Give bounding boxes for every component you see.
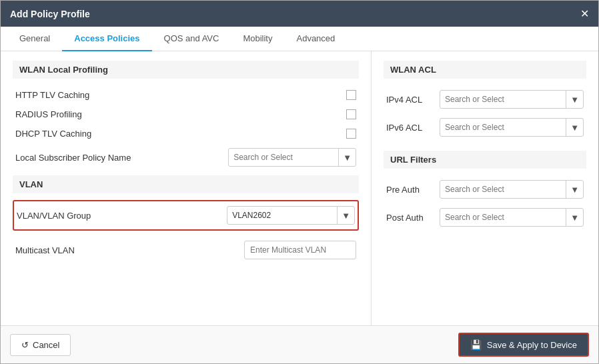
multicast-vlan-row: Multicast VLAN	[13, 236, 359, 264]
ipv6-acl-input[interactable]	[440, 121, 566, 134]
right-panel: WLAN ACL IPv4 ACL ▼ IPv6 ACL ▼ URL Filte…	[372, 51, 598, 325]
close-button[interactable]: ✕	[580, 7, 589, 20]
ipv6-acl-arrow[interactable]: ▼	[566, 119, 583, 136]
vlan-group-label: VLAN/VLAN Group	[17, 211, 220, 221]
tab-qos-avc[interactable]: QOS and AVC	[152, 27, 231, 51]
ipv6-acl-row: IPv6 ACL ▼	[384, 113, 586, 141]
wlan-acl-title: WLAN ACL	[384, 61, 586, 79]
subscriber-policy-row: Local Subscriber Policy Name ▼	[13, 143, 359, 171]
radius-profiling-row: RADIUS Profiling	[13, 105, 359, 124]
http-tlv-label: HTTP TLV Caching	[15, 90, 340, 100]
radius-profiling-checkbox[interactable]	[346, 109, 356, 119]
multicast-vlan-input[interactable]	[244, 241, 356, 259]
post-auth-label: Post Auth	[386, 213, 433, 223]
save-icon: 💾	[470, 339, 482, 350]
cancel-label: Cancel	[33, 340, 59, 350]
modal-footer: ↺ Cancel 💾 Save & Apply to Device	[1, 325, 598, 363]
subscriber-policy-input[interactable]	[229, 151, 338, 164]
left-panel: WLAN Local Profiling HTTP TLV Caching RA…	[1, 51, 372, 325]
dhcp-tlv-row: DHCP TLV Caching	[13, 124, 359, 143]
tab-advanced[interactable]: Advanced	[284, 27, 347, 51]
ipv4-acl-input[interactable]	[440, 93, 566, 106]
vlan-group-row: VLAN/VLAN Group ▼	[13, 200, 359, 231]
subscriber-policy-arrow[interactable]: ▼	[338, 149, 356, 166]
post-auth-row: Post Auth ▼	[384, 203, 586, 231]
pre-auth-label: Pre Auth	[386, 185, 433, 195]
tab-access-policies[interactable]: Access Policies	[62, 27, 151, 51]
post-auth-input[interactable]	[440, 211, 566, 224]
post-auth-select[interactable]: ▼	[440, 208, 584, 227]
http-tlv-row: HTTP TLV Caching	[13, 85, 359, 105]
ipv4-acl-arrow[interactable]: ▼	[566, 91, 583, 108]
subscriber-policy-label: Local Subscriber Policy Name	[15, 153, 221, 163]
tab-mobility[interactable]: Mobility	[231, 27, 284, 51]
dhcp-tlv-checkbox[interactable]	[346, 129, 356, 139]
vlan-group-arrow[interactable]: ▼	[337, 207, 354, 224]
pre-auth-select[interactable]: ▼	[440, 180, 584, 199]
pre-auth-row: Pre Auth ▼	[384, 175, 586, 203]
modal-header: Add Policy Profile ✕	[1, 1, 598, 27]
ipv6-acl-select[interactable]: ▼	[440, 118, 584, 137]
ipv6-acl-label: IPv6 ACL	[386, 123, 433, 133]
tab-general[interactable]: General	[7, 27, 62, 51]
post-auth-arrow[interactable]: ▼	[566, 209, 583, 226]
cancel-button[interactable]: ↺ Cancel	[10, 334, 71, 356]
ipv4-acl-row: IPv4 ACL ▼	[384, 85, 586, 113]
vlan-group-input[interactable]	[227, 209, 337, 222]
cancel-icon: ↺	[21, 340, 29, 350]
save-label: Save & Apply to Device	[487, 340, 577, 350]
tab-bar: General Access Policies QOS and AVC Mobi…	[1, 27, 598, 51]
modal-title: Add Policy Profile	[10, 9, 90, 19]
modal-container: Add Policy Profile ✕ General Access Poli…	[0, 0, 599, 364]
dhcp-tlv-label: DHCP TLV Caching	[15, 129, 340, 139]
ipv4-acl-select[interactable]: ▼	[440, 90, 584, 109]
wlan-local-profiling-title: WLAN Local Profiling	[13, 61, 359, 79]
pre-auth-arrow[interactable]: ▼	[566, 181, 583, 198]
http-tlv-checkbox[interactable]	[346, 90, 356, 100]
radius-profiling-label: RADIUS Profiling	[15, 109, 340, 119]
modal-body: WLAN Local Profiling HTTP TLV Caching RA…	[1, 51, 598, 325]
vlan-section: VLAN VLAN/VLAN Group ▼ Multicast VLAN	[13, 175, 359, 264]
vlan-section-title: VLAN	[13, 175, 359, 193]
url-filters-title: URL Filters	[384, 151, 586, 169]
subscriber-policy-select[interactable]: ▼	[228, 148, 356, 167]
ipv4-acl-label: IPv4 ACL	[386, 95, 433, 105]
pre-auth-input[interactable]	[440, 183, 566, 196]
vlan-group-select[interactable]: ▼	[227, 206, 355, 225]
save-apply-button[interactable]: 💾 Save & Apply to Device	[458, 333, 589, 357]
multicast-vlan-label: Multicast VLAN	[15, 245, 237, 255]
